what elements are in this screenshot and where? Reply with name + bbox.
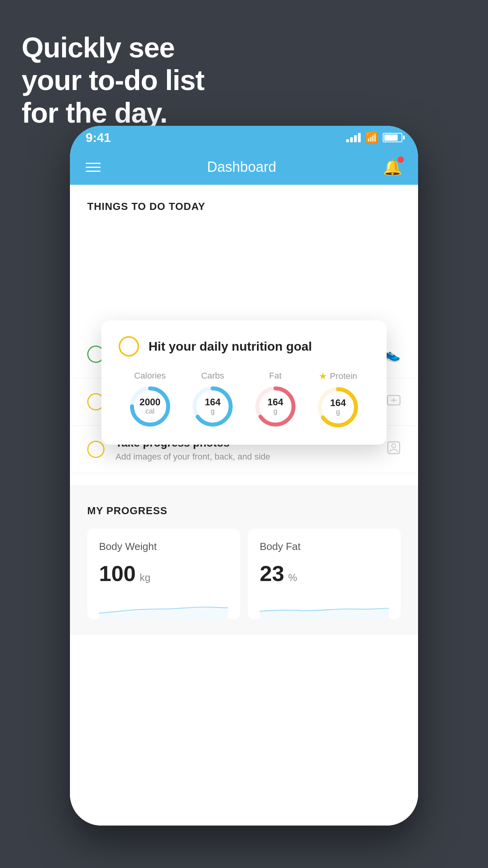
- fat-label: Fat: [269, 371, 282, 381]
- status-icons: 📶: [346, 132, 402, 144]
- body-weight-value: 100: [99, 561, 136, 586]
- signal-icon: [346, 133, 361, 142]
- body-weight-unit: kg: [139, 572, 150, 584]
- progress-cards: Body Weight 100 kg Body Fat: [87, 529, 401, 619]
- fat-chart: 164 g: [254, 385, 297, 428]
- protein-chart: 164 g: [316, 386, 360, 429]
- carbs-chart: 164 g: [191, 385, 234, 428]
- calories-chart: 2000 cal: [128, 385, 172, 428]
- phone-mockup: 9:41 📶 Dashboard 🔔 THINGS T: [70, 126, 418, 826]
- nutrition-title: Hit your daily nutrition goal: [149, 339, 312, 354]
- nutrition-checkbox[interactable]: [119, 336, 139, 357]
- protein-stat: ★ Protein 164 g: [316, 371, 360, 429]
- battery-icon: [383, 133, 402, 142]
- photos-subtitle: Add images of your front, back, and side: [116, 452, 376, 462]
- things-to-do-header: THINGS TO DO TODAY: [70, 185, 418, 221]
- carbs-label: Carbs: [201, 371, 224, 381]
- body-fat-title: Body Fat: [260, 541, 389, 553]
- progress-header: MY PROGRESS: [87, 505, 401, 517]
- carbs-stat: Carbs 164 g: [191, 371, 234, 428]
- calories-stat: Calories 2000 cal: [128, 371, 172, 428]
- photos-checkbox[interactable]: [87, 441, 105, 458]
- body-fat-chart: [260, 596, 389, 619]
- nutrition-stats: Calories 2000 cal Carbs: [119, 371, 369, 429]
- body-weight-title: Body Weight: [99, 541, 228, 553]
- protein-label: ★ Protein: [319, 371, 357, 382]
- body-weight-card[interactable]: Body Weight 100 kg: [87, 529, 240, 619]
- app-content: THINGS TO DO TODAY Hit your daily nutrit…: [70, 185, 418, 826]
- nutrition-card-header: Hit your daily nutrition goal: [119, 336, 369, 357]
- progress-section: MY PROGRESS Body Weight 100 kg: [70, 485, 418, 635]
- nutrition-card[interactable]: Hit your daily nutrition goal Calories 2…: [101, 320, 387, 445]
- star-icon: ★: [319, 371, 327, 382]
- app-header: Dashboard 🔔: [70, 149, 418, 185]
- wifi-icon: 📶: [365, 132, 378, 144]
- body-weight-chart: [99, 596, 228, 619]
- calories-label: Calories: [134, 371, 166, 381]
- body-fat-card[interactable]: Body Fat 23 %: [248, 529, 401, 619]
- header-title: Dashboard: [207, 159, 276, 175]
- menu-button[interactable]: [86, 163, 101, 172]
- scale-icon: [387, 393, 401, 411]
- status-time: 9:41: [86, 131, 111, 145]
- notification-dot: [398, 156, 404, 163]
- headline-text: Quickly see your to-do list for the day.: [22, 31, 204, 129]
- person-icon: [387, 441, 401, 458]
- body-fat-value: 23: [260, 561, 284, 586]
- svg-point-12: [392, 444, 396, 448]
- status-bar: 9:41 📶: [70, 126, 418, 149]
- notification-bell-button[interactable]: 🔔: [383, 158, 402, 177]
- fat-stat: Fat 164 g: [254, 371, 297, 428]
- body-fat-unit: %: [288, 572, 297, 584]
